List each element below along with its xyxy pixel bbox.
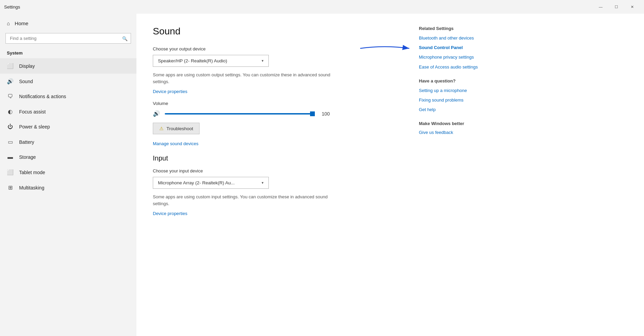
troubleshoot-label: Troubleshoot xyxy=(166,126,193,131)
related-link-bluetooth[interactable]: Bluetooth and other devices xyxy=(419,35,508,41)
content-sidebar: Related Settings Bluetooth and other dev… xyxy=(412,26,508,324)
sidebar-item-focus[interactable]: ◐ Focus assist xyxy=(0,104,136,119)
related-link-sound-control-panel[interactable]: Sound Control Panel xyxy=(419,45,508,51)
related-link-ease[interactable]: Ease of Access audio settings xyxy=(419,64,508,70)
device-properties-link[interactable]: Device properties xyxy=(153,89,187,94)
search-input[interactable] xyxy=(5,33,131,44)
storage-icon: ▬ xyxy=(7,154,14,160)
tablet-icon: ⬜ xyxy=(7,169,14,175)
display-icon: ⬜ xyxy=(7,63,14,69)
home-icon: ⌂ xyxy=(7,20,10,26)
output-device-dropdown[interactable]: Speaker/HP (2- Realtek(R) Audio) ▾ xyxy=(153,55,269,67)
troubleshoot-button[interactable]: ⚠ Troubleshoot xyxy=(153,123,200,134)
sidebar-item-notifications[interactable]: 🗨 Notifications & actions xyxy=(0,89,136,104)
sidebar-item-focus-label: Focus assist xyxy=(19,109,130,114)
sidebar-item-display[interactable]: ⬜ Display xyxy=(0,58,136,74)
make-better-title: Make Windows better xyxy=(419,121,508,126)
page-title: Sound xyxy=(153,26,412,37)
sidebar-item-multitasking-label: Multitasking xyxy=(19,185,130,190)
sidebar-item-battery[interactable]: ▭ Battery xyxy=(0,134,136,150)
input-device-label: Choose your input device xyxy=(153,168,412,173)
sidebar-item-storage[interactable]: ▬ Storage xyxy=(0,150,136,165)
sidebar-item-sound[interactable]: 🔊 Sound xyxy=(0,74,136,89)
volume-label: Volume xyxy=(153,101,412,106)
related-settings-title: Related Settings xyxy=(419,26,508,31)
sidebar-item-storage-label: Storage xyxy=(19,154,130,160)
volume-slider[interactable] xyxy=(165,110,315,117)
multitasking-icon: ⊞ xyxy=(7,184,14,191)
related-link-get-help[interactable]: Get help xyxy=(419,107,508,113)
sidebar-item-tablet[interactable]: ⬜ Tablet mode xyxy=(0,165,136,180)
title-bar: Settings — ☐ ✕ xyxy=(0,0,644,14)
content-main: Sound Choose your output device Speaker/… xyxy=(153,26,412,324)
sidebar-item-notifications-label: Notifications & actions xyxy=(19,94,130,99)
sidebar-item-battery-label: Battery xyxy=(19,139,130,145)
output-info-text: Some apps are using custom output settin… xyxy=(153,72,340,85)
sidebar-item-power-label: Power & sleep xyxy=(19,124,130,129)
dropdown-arrow-icon: ▾ xyxy=(262,59,264,63)
sidebar: ⌂ Home 🔍 System ⬜ Display 🔊 Sound 🗨 Noti… xyxy=(0,14,136,336)
input-dropdown-arrow-icon: ▾ xyxy=(262,181,264,185)
volume-value: 100 xyxy=(320,111,332,117)
sidebar-section-label: System xyxy=(0,49,136,58)
battery-icon: ▭ xyxy=(7,139,14,145)
sidebar-item-display-label: Display xyxy=(19,63,130,69)
window-controls: — ☐ ✕ xyxy=(593,1,640,12)
window-title: Settings xyxy=(4,4,20,10)
related-link-feedback[interactable]: Give us feedback xyxy=(419,129,508,136)
input-section-title: Input xyxy=(153,154,412,162)
sound-icon: 🔊 xyxy=(7,78,14,85)
related-link-setup-mic[interactable]: Setting up a microphone xyxy=(419,88,508,94)
input-device-dropdown[interactable]: Microphone Array (2- Realtek(R) Au... ▾ xyxy=(153,177,269,189)
app-body: ⌂ Home 🔍 System ⬜ Display 🔊 Sound 🗨 Noti… xyxy=(0,14,644,336)
sound-control-panel-row: Sound Control Panel xyxy=(419,45,508,51)
sidebar-item-power[interactable]: ⏻ Power & sleep xyxy=(0,119,136,134)
sidebar-home-label: Home xyxy=(15,20,28,26)
manage-sound-link[interactable]: Manage sound devices xyxy=(153,141,199,146)
blue-arrow-annotation xyxy=(357,43,412,54)
input-device-properties-link[interactable]: Device properties xyxy=(153,211,187,216)
volume-track xyxy=(165,113,315,114)
volume-row: 🔊 100 xyxy=(153,110,412,117)
sidebar-item-sound-label: Sound xyxy=(19,79,130,84)
input-device-value: Microphone Array (2- Realtek(R) Au... xyxy=(158,180,235,185)
related-link-fix-sound[interactable]: Fixing sound problems xyxy=(419,97,508,103)
warning-icon: ⚠ xyxy=(159,126,164,131)
minimize-button[interactable]: — xyxy=(593,1,609,12)
power-icon: ⏻ xyxy=(7,124,14,130)
sidebar-item-multitasking[interactable]: ⊞ Multitasking xyxy=(0,180,136,195)
content-area: Sound Choose your output device Speaker/… xyxy=(136,14,644,336)
close-button[interactable]: ✕ xyxy=(624,1,640,12)
volume-speaker-icon: 🔊 xyxy=(153,110,160,117)
qa-title: Have a question? xyxy=(419,78,508,83)
output-device-value: Speaker/HP (2- Realtek(R) Audio) xyxy=(158,58,227,63)
search-icon: 🔍 xyxy=(122,36,128,41)
sidebar-item-tablet-label: Tablet mode xyxy=(19,170,130,175)
focus-icon: ◐ xyxy=(7,108,14,115)
sidebar-item-home[interactable]: ⌂ Home xyxy=(0,16,136,30)
input-info-text: Some apps are using custom input setting… xyxy=(153,194,340,207)
volume-thumb xyxy=(310,111,315,116)
related-link-microphone[interactable]: Microphone privacy settings xyxy=(419,54,508,60)
notifications-icon: 🗨 xyxy=(7,93,14,100)
maximize-button[interactable]: ☐ xyxy=(609,1,624,12)
sidebar-search-container: 🔍 xyxy=(5,33,131,44)
